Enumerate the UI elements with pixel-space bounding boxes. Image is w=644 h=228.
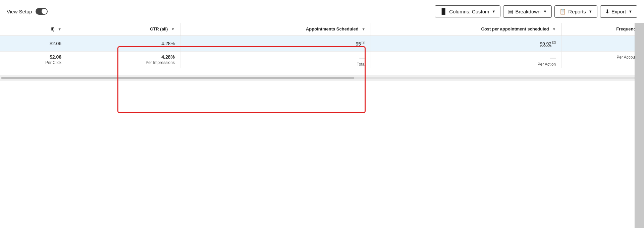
summary-freq-sub: Per Account (567, 55, 638, 60)
col-header-freq[interactable]: Frequency (561, 23, 644, 35)
col-partial-sort-icon: ▼ (58, 27, 61, 31)
main-content: ll) ▼ CTR (all) ▼ Appointments Scheduled… (0, 23, 644, 228)
table-wrapper: ll) ▼ CTR (all) ▼ Appointments Scheduled… (0, 23, 644, 68)
col-header-partial[interactable]: ll) ▼ (0, 23, 67, 35)
columns-button[interactable]: ▐▌ Columns: Custom ▼ (435, 5, 501, 17)
col-appt-sort-icon: ▼ (362, 27, 365, 31)
reports-button[interactable]: 📋 Reports ▼ (554, 5, 597, 18)
column-header-row: ll) ▼ CTR (all) ▼ Appointments Scheduled… (0, 23, 644, 35)
summary-appt: — Total (180, 51, 371, 68)
col-header-ctr-label: CTR (all) (150, 26, 168, 31)
summary-ctr: 4.28% Per Impressions (67, 51, 180, 68)
toolbar: View Setup ▐▌ Columns: Custom ▼ ▤ Breakd… (0, 0, 644, 23)
summary-partial-val: $2.06 (5, 54, 61, 60)
right-side-panel[interactable] (635, 23, 644, 228)
col-header-ctr[interactable]: CTR (all) ▼ (67, 23, 180, 35)
summary-ctr-val: 4.28% (72, 54, 175, 60)
col-header-cost[interactable]: Cost per appointment scheduled ▼ (371, 23, 561, 35)
col-header-cost-label: Cost per appointment scheduled (481, 26, 549, 31)
breakdown-chevron-icon: ▼ (543, 9, 547, 13)
col-cost-sort-icon: ▼ (552, 27, 556, 31)
col-ctr-sort-icon: ▼ (171, 27, 175, 31)
export-chevron-icon: ▼ (629, 9, 632, 13)
cell-partial: $2.06 (0, 35, 67, 51)
cell-ctr-value: 4.28% (161, 41, 175, 46)
view-setup-control: View Setup (7, 8, 48, 15)
breakdown-icon: ▤ (508, 8, 513, 15)
scrollbar-area[interactable] (0, 75, 644, 81)
export-button[interactable]: ⬇ Export ▼ (600, 5, 637, 18)
reports-icon: 📋 (559, 8, 566, 15)
scrollbar-track[interactable] (1, 77, 643, 79)
columns-label: Columns: Custom (449, 9, 489, 14)
cell-cost: $9.92[2] (371, 35, 561, 51)
reports-chevron-icon: ▼ (589, 9, 592, 13)
cell-cost-value: $9.92 (540, 41, 551, 47)
cell-cost-note: [2] (552, 41, 556, 44)
reports-label: Reports (568, 9, 586, 14)
summary-appt-dash: — (186, 54, 365, 61)
scrollbar-thumb[interactable] (1, 77, 354, 79)
export-icon: ⬇ (605, 8, 609, 15)
summary-cost: — Per Action (371, 51, 561, 68)
summary-ctr-sub: Per Impressions (72, 60, 175, 65)
view-setup-label: View Setup (7, 9, 32, 14)
cell-freq (561, 35, 644, 51)
cell-appt-note: [2] (362, 41, 365, 44)
columns-chevron-icon: ▼ (492, 9, 496, 13)
cell-appt: 95[2] (180, 35, 371, 51)
export-label: Export (611, 9, 626, 14)
summary-partial: $2.06 Per Click (0, 51, 67, 68)
table-area: ll) ▼ CTR (all) ▼ Appointments Scheduled… (0, 23, 644, 228)
summary-cost-dash: — (376, 54, 556, 61)
summary-appt-sub: Total (186, 62, 365, 67)
cell-partial-value: $2.06 (50, 41, 61, 46)
summary-partial-sub: Per Click (5, 60, 61, 65)
summary-cost-sub: Per Action (376, 62, 556, 67)
cell-appt-value: 95 (356, 41, 361, 47)
breakdown-label: Breakdown (515, 9, 540, 14)
col-header-appt-label: Appointments Scheduled (306, 26, 359, 31)
summary-row: $2.06 Per Click 4.28% Per Impressions — … (0, 51, 644, 68)
summary-freq: Per Account (561, 51, 644, 68)
view-setup-toggle[interactable] (36, 8, 48, 15)
scrollbar-container[interactable] (0, 75, 644, 81)
col-header-appt[interactable]: Appointments Scheduled ▼ (180, 23, 371, 35)
data-table: ll) ▼ CTR (all) ▼ Appointments Scheduled… (0, 23, 644, 68)
columns-icon: ▐▌ (440, 8, 447, 14)
cell-ctr: 4.28% (67, 35, 180, 51)
breakdown-button[interactable]: ▤ Breakdown ▼ (503, 5, 552, 18)
col-header-partial-label: ll) (51, 26, 55, 31)
table-row: $2.06 4.28% 95[2] $9.92[2] (0, 35, 644, 51)
